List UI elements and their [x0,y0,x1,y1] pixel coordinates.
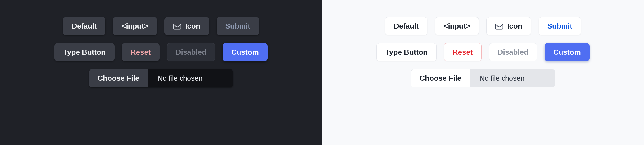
mail-icon [495,23,503,29]
dark-panel: Default <input> Icon Submit Type Button … [0,0,322,145]
default-button[interactable]: Default [385,17,427,35]
icon-button-label: Icon [507,22,522,31]
file-row: Choose File No file chosen [89,69,233,87]
disabled-button: Disabled [167,43,215,61]
button-row-1: Default <input> Icon Submit [385,17,581,35]
choose-file-button[interactable]: Choose File [89,69,148,87]
file-row: Choose File No file chosen [411,69,555,87]
icon-button-label: Icon [185,22,200,31]
custom-button[interactable]: Custom [223,43,268,61]
button-row-2: Type Button Reset Disabled Custom [54,43,268,61]
icon-button[interactable]: Icon [486,17,531,35]
button-row-2: Type Button Reset Disabled Custom [376,43,590,61]
svg-rect-1 [495,24,503,29]
button-row-1: Default <input> Icon Submit [63,17,259,35]
type-button[interactable]: Type Button [376,43,437,61]
light-panel: Default <input> Icon Submit Type Button … [322,0,644,145]
submit-button[interactable]: Submit [217,17,259,35]
mail-icon [173,23,181,29]
icon-button[interactable]: Icon [164,17,209,35]
file-status-label: No file chosen [470,69,555,87]
reset-button[interactable]: Reset [122,43,160,61]
submit-button[interactable]: Submit [539,17,581,35]
input-button[interactable]: <input> [435,17,479,35]
file-input[interactable]: Choose File No file chosen [411,69,555,87]
file-status-label: No file chosen [148,69,233,87]
default-button[interactable]: Default [63,17,105,35]
input-button[interactable]: <input> [113,17,157,35]
disabled-button: Disabled [489,43,537,61]
svg-rect-0 [173,24,181,29]
custom-button[interactable]: Custom [545,43,590,61]
type-button[interactable]: Type Button [54,43,115,61]
choose-file-button[interactable]: Choose File [411,69,470,87]
file-input[interactable]: Choose File No file chosen [89,69,233,87]
reset-button[interactable]: Reset [444,43,482,61]
